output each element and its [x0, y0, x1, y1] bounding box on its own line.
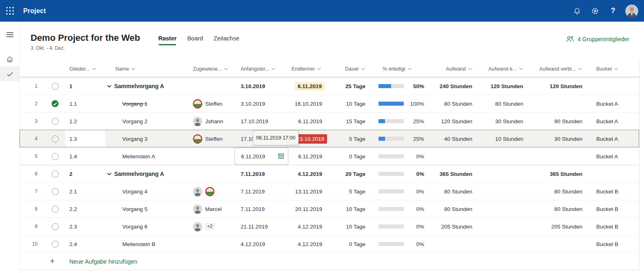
app-title[interactable]: Project [23, 7, 46, 15]
cell-start[interactable]: 7.11.2019 [235, 183, 288, 200]
tab-zeitachse[interactable]: Zeitachse [214, 35, 239, 45]
cell-aufwand-verbleibend[interactable]: 80 Stunden [526, 183, 585, 200]
cell-end[interactable]: 4.12.2019 [288, 235, 330, 253]
cell-bucket[interactable]: Bucket A [585, 113, 640, 130]
cell-percent-complete[interactable]: 0% [370, 183, 428, 200]
cell-aufwand[interactable]: 120 Stunden [428, 113, 475, 130]
cell-end[interactable]: 13.11.2019 [288, 183, 330, 200]
cell-aufwand-verbleibend[interactable] [526, 148, 585, 165]
cell-assigned[interactable]: +2 [188, 218, 235, 235]
cell-aufwand-verbleibend[interactable]: 90 Stunden [526, 113, 585, 130]
cell-aufwand-erledigt[interactable]: 120 Stunden [475, 78, 526, 95]
cell-outline[interactable]: 1.2 [65, 113, 105, 130]
task-complete-toggle[interactable] [45, 183, 65, 200]
cell-aufwand-verbleibend[interactable] [526, 95, 585, 112]
cell-aufwand[interactable]: 240 Stunden [428, 78, 475, 95]
cell-assigned[interactable] [188, 78, 235, 95]
cell-outline[interactable]: 1 [65, 78, 105, 95]
cell-percent-complete[interactable]: 100% [370, 95, 428, 112]
cell-outline[interactable]: 2.3 [65, 218, 105, 235]
cell-percent-complete[interactable]: 0% [370, 148, 428, 165]
cell-aufwand-verbleibend[interactable]: 205 Stunden [526, 218, 585, 235]
cell-aufwand[interactable]: 205 Stunden [428, 218, 475, 235]
add-task-button[interactable]: + Neue Aufgabe hinzufügen [20, 253, 639, 270]
col-header-endtermin[interactable]: Endtermin [288, 61, 330, 77]
cell-dauer[interactable]: 15 Tage [330, 113, 370, 130]
cell-aufwand[interactable]: 365 Stunden [428, 165, 475, 182]
cell-end[interactable]: 16.10.2019 [288, 95, 330, 112]
cell-bucket[interactable]: Bucket B [585, 218, 640, 235]
cell-percent-complete[interactable]: 0% [370, 235, 428, 253]
cell-start[interactable]: 17.10.2019 [235, 113, 288, 130]
calendar-picker-button[interactable] [278, 153, 284, 160]
cell-name[interactable]: Sammelvorgang A [105, 165, 188, 182]
cell-assigned[interactable] [188, 183, 235, 200]
help-button[interactable]: ? [604, 0, 622, 22]
cell-assigned[interactable] [188, 165, 235, 182]
col-header-aufwand-verbleibend[interactable]: Aufwand verbl... [526, 61, 585, 77]
tab-raster[interactable]: Raster [158, 35, 177, 45]
task-complete-toggle[interactable] [45, 235, 65, 253]
cell-dauer[interactable]: 0 Tage [330, 148, 370, 165]
nav-hamburger-icon[interactable] [0, 27, 20, 42]
cell-assigned[interactable] [188, 235, 235, 253]
task-complete-toggle[interactable] [45, 95, 65, 112]
collapse-chevron-icon[interactable] [107, 85, 112, 88]
col-header-erledigt[interactable]: % erledigt [370, 61, 428, 77]
table-row[interactable]: 5 1.4 Meilenstein A 6.11.2019 [20, 147, 639, 165]
cell-name[interactable]: Vorgang 5 [105, 200, 188, 218]
table-row[interactable]: 3 1.2 Vorgang 2 Johann 17.10.2019 6.11.2… [20, 112, 639, 130]
cell-percent-complete[interactable]: 0% [370, 218, 428, 235]
cell-aufwand-erledigt[interactable] [475, 183, 526, 200]
notifications-button[interactable] [568, 0, 586, 22]
task-complete-toggle[interactable] [45, 113, 65, 130]
cell-end[interactable]: 6.11.2019 [288, 148, 330, 165]
nav-tasks-button[interactable] [0, 67, 20, 81]
cell-assigned[interactable]: Steffen [188, 95, 235, 112]
table-row[interactable]: 7 2.1 Vorgang 4 7.11.2019 13.11.2019 5 T… [20, 182, 639, 200]
cell-percent-complete[interactable]: 0% [370, 165, 428, 182]
settings-button[interactable] [586, 0, 604, 22]
nav-home-button[interactable] [0, 52, 20, 67]
cell-percent-complete[interactable]: 0% [370, 200, 428, 218]
cell-aufwand-erledigt[interactable] [475, 200, 526, 218]
cell-name[interactable]: Vorgang 1 [105, 95, 188, 112]
cell-dauer[interactable]: 10 Tage [330, 200, 370, 218]
cell-percent-complete[interactable]: 50% [370, 78, 428, 95]
table-row[interactable]: 6 2 Sammelvorgang A 7.11.2019 4.12.2019 … [20, 165, 639, 182]
col-header-gliederung[interactable]: Glieder... [65, 61, 105, 77]
cell-percent-complete[interactable]: 25% [370, 113, 428, 130]
collapse-chevron-icon[interactable] [107, 173, 112, 175]
cell-bucket[interactable]: Bucket A [585, 148, 640, 165]
cell-outline[interactable]: 2 [65, 165, 105, 182]
cell-bucket[interactable]: Bucket A [585, 130, 640, 147]
cell-aufwand-erledigt[interactable] [475, 165, 526, 182]
cell-aufwand-erledigt[interactable] [475, 235, 526, 253]
more-assignees-badge[interactable]: +2 [205, 223, 215, 230]
col-header-aufwand[interactable]: Aufwand [428, 61, 475, 77]
cell-outline[interactable]: 2.4 [65, 235, 105, 253]
cell-aufwand-verbleibend[interactable]: 80 Stunden [526, 200, 585, 218]
cell-aufwand-verbleibend[interactable]: 120 Stunden [526, 78, 585, 95]
table-row-selected[interactable]: 4 1.3 Vorgang 3 Steffen 17.10.2019 23.10… [20, 130, 639, 147]
cell-percent-complete[interactable]: 25% [370, 130, 428, 147]
cell-start-editing[interactable]: 6.11.2019 [235, 148, 288, 165]
cell-name[interactable]: Vorgang 2 [105, 113, 188, 130]
cell-name[interactable]: Vorgang 3 [105, 130, 188, 147]
cell-dauer[interactable]: 5 Tage [330, 130, 370, 147]
date-edit-field[interactable]: 6.11.2019 [235, 148, 288, 165]
cell-end[interactable]: 20.11.2019 [288, 200, 330, 218]
cell-assigned[interactable]: Marcel [188, 200, 235, 218]
cell-name[interactable]: Vorgang 4 [105, 183, 188, 200]
cell-end[interactable]: 6.11.2019 [288, 113, 330, 130]
cell-assigned[interactable]: Steffen [188, 130, 235, 147]
cell-bucket[interactable]: Bucket B [585, 183, 640, 200]
cell-assigned[interactable]: Johann [188, 113, 235, 130]
cell-bucket[interactable]: Bucket B [585, 200, 640, 218]
cell-aufwand[interactable] [428, 235, 475, 253]
cell-outline[interactable]: 2.2 [65, 200, 105, 218]
cell-end[interactable]: 4.12.2019 [288, 165, 330, 182]
cell-dauer[interactable]: 10 Tage [330, 95, 370, 112]
cell-bucket[interactable] [585, 78, 640, 95]
cell-aufwand[interactable] [428, 148, 475, 165]
